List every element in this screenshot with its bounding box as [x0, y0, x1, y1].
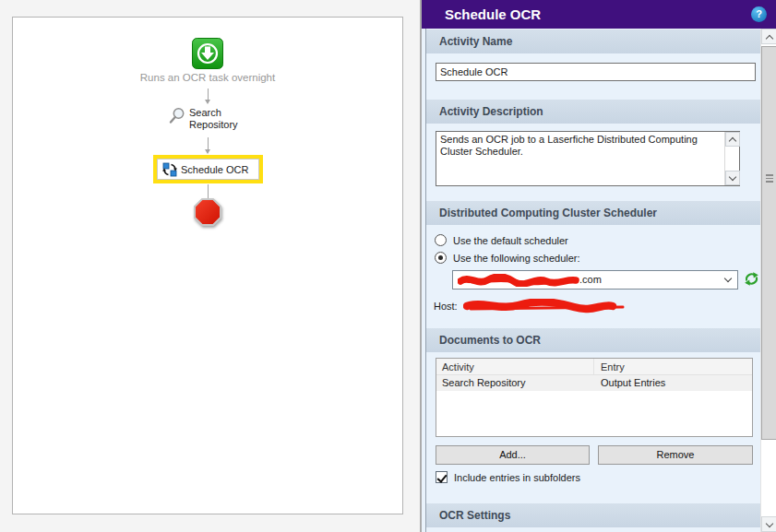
scheduler-combobox[interactable]: .com [452, 270, 738, 290]
connector-arrow [208, 89, 209, 100]
properties-panel: Schedule OCR ? Activity Name Schedule OC… [422, 0, 776, 532]
workflow-canvas[interactable]: Runs an OCR task overnight Search Reposi… [12, 17, 403, 514]
column-header-entry[interactable]: Entry [595, 359, 752, 375]
documents-table[interactable]: Activity Entry Search Repository Output … [436, 358, 753, 437]
schedule-ocr-icon [162, 162, 177, 177]
activity-description-text: Sends an OCR job to a Laserfiche Distrib… [436, 132, 723, 160]
search-node-label: Search Repository [189, 105, 256, 131]
connector-line [208, 184, 209, 198]
scrollbar-grip [766, 174, 773, 183]
radio-default-label: Use the default scheduler [453, 235, 568, 246]
host-row: Host: [434, 299, 626, 313]
start-node-caption: Runs an OCR task overnight [106, 72, 309, 83]
activity-description-textarea[interactable]: Sends an OCR job to a Laserfiche Distrib… [436, 131, 740, 186]
search-repository-node[interactable]: Search Repository [168, 105, 269, 131]
scroll-up-icon[interactable] [761, 29, 776, 44]
section-header-documents: Documents to OCR [426, 328, 760, 352]
subfolders-checkbox-label: Include entries in subfolders [454, 472, 580, 483]
scrollbar-thumb[interactable] [761, 46, 776, 440]
panel-content: Activity Name Schedule OCR Activity Desc… [422, 29, 776, 532]
add-button[interactable]: Add... [436, 445, 590, 465]
scroll-up-icon[interactable] [725, 132, 740, 147]
scroll-down-icon[interactable] [725, 171, 740, 185]
section-header-activity-name: Activity Name [426, 30, 760, 53]
start-icon [192, 60, 223, 71]
redaction-scribble [458, 274, 579, 287]
redaction-scribble [463, 299, 626, 313]
stop-icon [193, 197, 226, 231]
chevron-down-icon [724, 275, 732, 282]
activity-name-input[interactable]: Schedule OCR [436, 63, 756, 81]
schedule-ocr-node[interactable]: Schedule OCR [153, 155, 263, 183]
combo-dropdown-zone[interactable] [721, 271, 737, 289]
help-icon[interactable]: ? [751, 6, 767, 22]
radio-selected-icon[interactable] [435, 252, 447, 264]
stop-node[interactable] [193, 197, 226, 232]
host-label: Host: [434, 301, 458, 312]
section-header-scheduler: Distributed Computing Cluster Scheduler [426, 201, 760, 225]
workflow-pane: Runs an OCR task overnight Search Reposi… [0, 0, 420, 532]
combo-visible-text: .com [579, 274, 602, 285]
section-header-ocr-settings: OCR Settings [426, 503, 760, 527]
panel-title: Schedule OCR [445, 6, 541, 22]
radio-icon[interactable] [435, 234, 447, 246]
section-header-activity-description: Activity Description [426, 100, 760, 124]
radio-default-scheduler[interactable]: Use the default scheduler [435, 234, 568, 246]
cell-activity: Search Repository [436, 375, 594, 391]
radio-following-label: Use the following scheduler: [453, 253, 580, 264]
table-header-row[interactable]: Activity Entry [436, 359, 752, 375]
connector-arrowhead [205, 149, 210, 154]
remove-button[interactable]: Remove [598, 445, 753, 465]
panel-title-bar: Schedule OCR ? [422, 0, 776, 29]
subfolders-checkbox-row[interactable]: Include entries in subfolders [436, 471, 580, 483]
radio-following-scheduler[interactable]: Use the following scheduler: [435, 252, 580, 264]
start-node[interactable] [192, 38, 223, 71]
magnifier-icon [168, 105, 186, 127]
column-header-activity[interactable]: Activity [436, 359, 594, 375]
table-row[interactable]: Search Repository Output Entries [436, 375, 752, 391]
cell-entry: Output Entries [595, 375, 752, 391]
connector-arrow [208, 137, 209, 149]
checkbox-checked-icon[interactable] [436, 471, 448, 483]
schedule-node-label: Schedule OCR [181, 164, 248, 175]
panel-scrollbar[interactable] [760, 29, 776, 532]
description-scrollbar[interactable] [724, 132, 739, 185]
connector-arrowhead [205, 100, 210, 104]
refresh-icon[interactable] [744, 271, 759, 289]
scroll-down-icon[interactable] [761, 516, 776, 532]
